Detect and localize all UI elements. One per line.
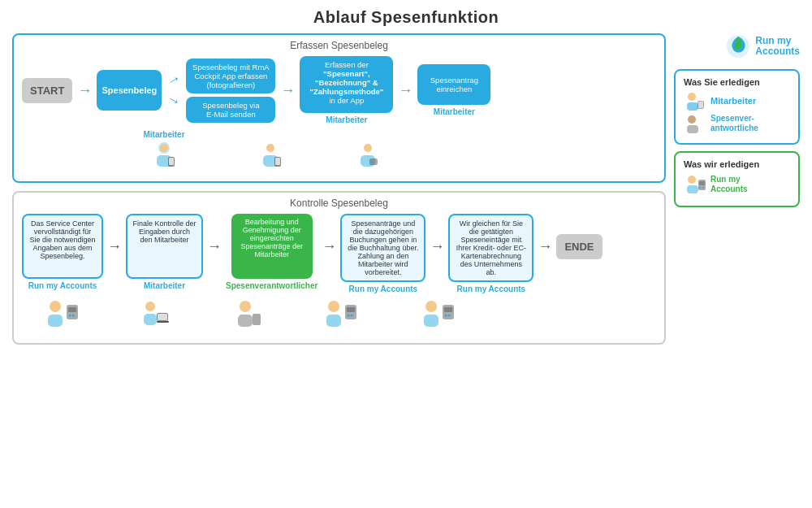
node-finale-kontrolle: Finale Kontrolle der Eingaben durch den … — [126, 214, 203, 290]
node-abgleich: Wir gleichen für Sie die getätigten Spes… — [448, 214, 533, 293]
svg-point-30 — [347, 315, 349, 317]
box-erfassen-email: Spesenbeleg viaE-Mail senden — [186, 97, 275, 123]
svg-rect-40 — [687, 102, 698, 111]
box-service-center: Das Service Center vervollständigt für S… — [22, 214, 103, 279]
svg-point-17 — [72, 315, 75, 317]
svg-rect-15 — [68, 307, 76, 312]
node-erfassen-app: Spesenbeleg mit RmACockpit App erfassen(… — [186, 59, 275, 93]
svg-point-23 — [240, 301, 251, 312]
logo-box: Run my Accounts — [674, 33, 800, 59]
arrow-end: → — [538, 238, 552, 255]
svg-rect-13 — [48, 315, 63, 327]
legend-label-mitarbeiter: Mitarbeiter — [710, 96, 756, 106]
arrow-b4: → — [430, 238, 444, 255]
svg-point-49 — [699, 187, 701, 189]
label-mitarbeiter-split: Mitarbeiter — [119, 130, 209, 139]
arrow-3: → — [398, 82, 412, 99]
svg-point-36 — [444, 315, 447, 317]
box-finale-kontrolle: Finale Kontrolle der Eingaben durch den … — [126, 214, 203, 279]
label-mitarbeiter-1: Mitarbeiter — [326, 115, 367, 124]
page-title: Ablauf Spesenfunktion — [12, 8, 800, 27]
node-bearbeitung: Bearbeitung und Genehmigung der eingerei… — [226, 214, 317, 290]
svg-point-45 — [688, 176, 696, 184]
svg-rect-29 — [347, 307, 355, 312]
svg-rect-27 — [326, 315, 341, 327]
bottom-icon-3 — [227, 298, 264, 335]
svg-point-37 — [447, 315, 450, 317]
svg-point-16 — [69, 315, 71, 317]
svg-point-50 — [702, 187, 704, 189]
content-area: Erfassen Spesenbeleg START → Spesenbeleg… — [12, 33, 800, 345]
arrow-1: → — [77, 82, 92, 99]
svg-point-32 — [425, 301, 437, 312]
svg-rect-46 — [687, 185, 698, 193]
node-spesenbeleg: Spesenbeleg — [97, 70, 162, 111]
legend-label-spesenverantwortliche: Spesenver-antwortliche — [710, 114, 758, 133]
svg-rect-35 — [444, 307, 452, 312]
logo-text: Run my Accounts — [755, 36, 800, 57]
svg-point-5 — [266, 144, 274, 152]
box-bearbeitung: Bearbeitung und Genehmigung der eingerei… — [231, 214, 313, 279]
svg-rect-21 — [158, 314, 167, 320]
svg-rect-19 — [144, 314, 157, 325]
legend-label-run: Run myAccounts — [710, 175, 748, 194]
rma-logo-icon — [725, 33, 751, 59]
split-boxes: Spesenbeleg mit RmACockpit App erfassen(… — [186, 59, 275, 123]
svg-rect-22 — [157, 321, 169, 323]
svg-rect-44 — [687, 125, 698, 133]
person-icon-2 — [254, 141, 287, 173]
legend-box-was-sie: Was Sie erledigen Mitarbeiter S — [674, 69, 800, 145]
arrow-split-bottom: → — [163, 89, 184, 111]
svg-point-39 — [688, 93, 696, 101]
node-erfassen-details: Erfassen der"Spesenart","Bezeichnung" &"… — [300, 56, 393, 124]
svg-point-18 — [145, 302, 155, 311]
legend-item-run: Run myAccounts — [684, 173, 790, 196]
svg-rect-42 — [698, 102, 703, 108]
node-service-center: Das Service Center vervollständigt für S… — [22, 214, 103, 290]
label-spesenverantwortlicher: Spesenverantwortlicher — [226, 281, 317, 290]
flow-area: Erfassen Spesenbeleg START → Spesenbeleg… — [12, 33, 666, 345]
svg-point-43 — [688, 115, 696, 124]
bottom-icon-5 — [418, 298, 459, 335]
legend-item-spesenverantwortliche: Spesenver-antwortliche — [684, 114, 790, 133]
box-spesenantraege: Spesenanträge und die dazugehörigen Buch… — [340, 214, 425, 282]
label-mitarbeiter-2: Mitarbeiter — [434, 107, 475, 116]
bottom-icon-4 — [321, 298, 361, 335]
label-run-3: Run my Accounts — [457, 284, 526, 293]
box-abgleich: Wir gleichen für Sie die getätigten Spes… — [448, 214, 533, 282]
bottom-icon-1 — [42, 298, 83, 335]
legend-person-icon — [684, 91, 706, 111]
svg-rect-8 — [275, 158, 280, 165]
svg-rect-11 — [369, 158, 378, 165]
arrow-b3: → — [322, 238, 336, 255]
legend-item-mitarbeiter: Mitarbeiter — [684, 91, 790, 111]
person-icon-3 — [352, 141, 384, 173]
bottom-icon-2 — [136, 298, 172, 335]
svg-point-9 — [364, 144, 372, 152]
legend-box-was-wir: Was wir erledigen Run myAccounts — [674, 151, 800, 207]
top-section-label: Erfassen Spesenbeleg — [22, 40, 656, 51]
person-icon-1 — [148, 141, 180, 173]
start-badge: START — [22, 78, 72, 103]
legend-person2-icon — [684, 114, 706, 133]
svg-rect-33 — [424, 315, 438, 327]
svg-point-31 — [350, 315, 352, 317]
svg-point-12 — [50, 301, 61, 312]
arrow-split-top: → — [163, 69, 184, 91]
legend-title-1: Was Sie erledigen — [684, 77, 790, 87]
label-run-1: Run my Accounts — [28, 281, 97, 290]
page: Ablauf Spesenfunktion Erfassen Spesenbel… — [0, 0, 812, 508]
svg-point-1 — [160, 144, 168, 152]
legend-rma-icon — [684, 173, 706, 196]
box-spesenbeleg: Spesenbeleg — [97, 70, 162, 111]
label-mitarbeiter-3: Mitarbeiter — [144, 281, 185, 290]
arrow-b1: → — [107, 238, 122, 255]
bottom-section: Kontrolle Spesenbeleg Das Service Center… — [12, 191, 666, 345]
arrow-2: → — [280, 82, 295, 99]
node-spesenantraege: Spesenanträge und die dazugehörigen Buch… — [340, 214, 425, 293]
svg-rect-48 — [699, 181, 705, 185]
svg-rect-25 — [253, 314, 261, 325]
svg-point-26 — [328, 301, 339, 312]
box-spesenantrag: Spesenantrageinreichen — [417, 64, 490, 105]
node-erfassen-email: Spesenbeleg viaE-Mail senden — [186, 97, 275, 123]
